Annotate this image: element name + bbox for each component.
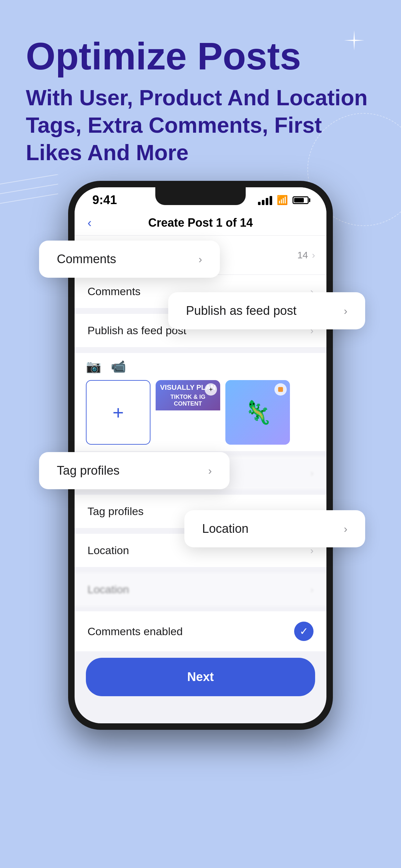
location-label: Location [88, 544, 129, 557]
spacer [74, 348, 327, 353]
chevron-right-icon: › [208, 464, 212, 477]
nav-title: Create Post 1 of 14 [148, 216, 253, 229]
spacer [74, 490, 327, 495]
gecko-icon: 🦎 [244, 399, 272, 426]
chevron-right-icon: › [310, 584, 313, 595]
chevron-right-icon: › [344, 305, 347, 317]
main-title: Optimize Posts [26, 35, 375, 78]
overlay-comments-label: Comments [57, 252, 116, 266]
header-section: Optimize Posts With User, Product And Lo… [26, 35, 375, 166]
comments-enabled-row: Comments enabled ✓ [74, 611, 327, 651]
media-thumbnail-1[interactable]: VISUALLY PLAN TIKTOK & IG CONTENT + [156, 380, 220, 445]
spacer [74, 568, 327, 573]
comments-enabled-toggle[interactable]: ✓ [294, 622, 313, 641]
overlay-tag-label: Tag profiles [57, 464, 120, 477]
plus-icon: + [112, 401, 124, 424]
overlay-publish-label: Publish as feed post [186, 304, 297, 318]
thumb-subtitle: TIKTOK & IG CONTENT [159, 394, 217, 407]
media-thumbnail-2[interactable]: 🦎 [225, 380, 290, 445]
media-section: 📷 📹 + VISUALLY PLAN TIKTOK & IG CONTENT … [74, 353, 327, 451]
comments-enabled-label: Comments enabled [88, 625, 183, 638]
subtitle: With User, Product And Location Tags, Ex… [26, 84, 375, 166]
chevron-right-icon: › [310, 468, 313, 478]
camera-tab-icon[interactable]: 📷 [86, 360, 101, 374]
chevron-right-icon: › [198, 253, 202, 266]
checkmark-icon: ✓ [300, 625, 308, 638]
svg-rect-3 [278, 387, 283, 392]
overlay-publish-card[interactable]: Publish as feed post › [168, 292, 365, 330]
comments-label: Comments [88, 285, 141, 298]
media-type-tabs: 📷 📹 [86, 360, 315, 374]
overlay-comments-card[interactable]: Comments › [39, 241, 220, 278]
back-button[interactable]: ‹ [88, 216, 92, 230]
status-icons: 📶 [258, 195, 309, 206]
phone-notch [155, 187, 246, 205]
chevron-right-icon: › [344, 523, 347, 535]
overlay-location-card[interactable]: Location › [184, 510, 365, 547]
signal-bars-icon [258, 195, 272, 205]
overlay-location-label: Location [202, 522, 249, 536]
chevron-right-icon: › [312, 250, 315, 260]
video-tab-icon[interactable]: 📹 [111, 360, 126, 374]
battery-icon [292, 196, 309, 204]
phone-mockup: 9:41 📶 ‹ Create Post 1 o [68, 181, 333, 730]
next-button[interactable]: Next [86, 658, 315, 696]
nav-bar: ‹ Create Post 1 of 14 [74, 210, 327, 236]
account-count: 14 › [297, 250, 315, 260]
overlay-tag-card[interactable]: Tag profiles › [39, 452, 229, 489]
wifi-icon: 📶 [277, 195, 288, 206]
blurred-location-row: Location › [74, 573, 327, 606]
thumb-badge-2 [274, 383, 287, 396]
spacer [74, 606, 327, 611]
status-time: 9:41 [92, 193, 117, 207]
tag-profiles-label: Tag profiles [88, 505, 144, 518]
thumb-badge: + [205, 383, 217, 396]
add-media-button[interactable]: + [86, 380, 150, 445]
media-grid: + VISUALLY PLAN TIKTOK & IG CONTENT + 🦎 [86, 380, 315, 445]
